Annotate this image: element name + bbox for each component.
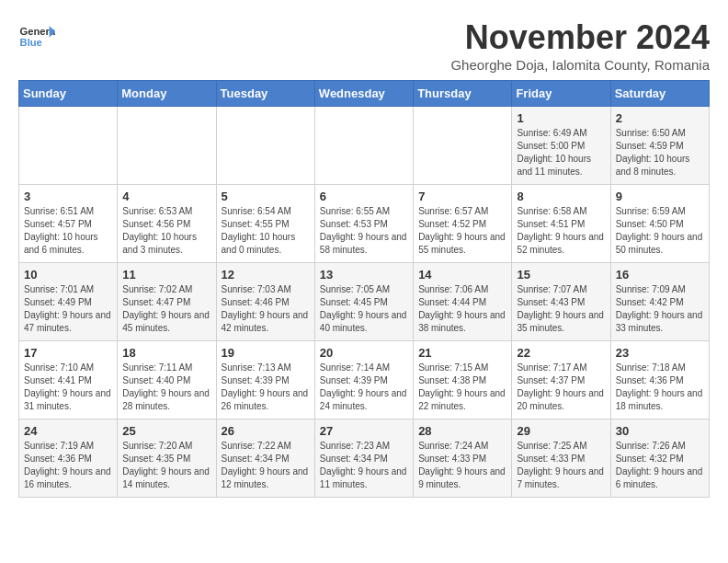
table-row — [216, 107, 314, 185]
table-row — [19, 107, 118, 185]
header-sunday: Sunday — [19, 81, 118, 107]
location-subtitle: Gheorghe Doja, Ialomita County, Romania — [450, 57, 710, 73]
table-row: 23Sunrise: 7:18 AM Sunset: 4:36 PM Dayli… — [610, 341, 709, 419]
day-info: Sunrise: 7:11 AM Sunset: 4:40 PM Dayligh… — [122, 362, 210, 413]
day-info: Sunrise: 7:02 AM Sunset: 4:47 PM Dayligh… — [122, 283, 210, 335]
table-row: 11Sunrise: 7:02 AM Sunset: 4:47 PM Dayli… — [118, 263, 216, 341]
header-friday: Friday — [512, 81, 610, 107]
table-row — [314, 107, 413, 185]
header-thursday: Thursday — [414, 81, 512, 107]
day-number: 22 — [517, 346, 605, 360]
header-wednesday: Wednesday — [314, 81, 413, 107]
day-info: Sunrise: 7:20 AM Sunset: 4:35 PM Dayligh… — [122, 440, 210, 491]
day-info: Sunrise: 7:07 AM Sunset: 4:43 PM Dayligh… — [517, 283, 605, 335]
calendar-week-row: 17Sunrise: 7:10 AM Sunset: 4:41 PM Dayli… — [19, 341, 710, 419]
day-number: 27 — [320, 424, 408, 438]
table-row: 16Sunrise: 7:09 AM Sunset: 4:42 PM Dayli… — [610, 263, 709, 341]
day-number: 19 — [222, 346, 310, 360]
day-info: Sunrise: 6:53 AM Sunset: 4:56 PM Dayligh… — [122, 205, 210, 257]
day-number: 30 — [616, 424, 704, 438]
table-row: 5Sunrise: 6:54 AM Sunset: 4:55 PM Daylig… — [216, 185, 314, 263]
table-row — [414, 107, 512, 185]
day-info: Sunrise: 7:10 AM Sunset: 4:41 PM Dayligh… — [24, 362, 112, 413]
calendar-week-row: 1Sunrise: 6:49 AM Sunset: 5:00 PM Daylig… — [19, 107, 710, 185]
day-info: Sunrise: 6:51 AM Sunset: 4:57 PM Dayligh… — [24, 205, 112, 257]
day-number: 8 — [517, 190, 605, 203]
day-number: 12 — [222, 268, 310, 282]
table-row — [118, 107, 216, 185]
day-number: 25 — [122, 424, 210, 438]
day-info: Sunrise: 6:49 AM Sunset: 5:00 PM Dayligh… — [517, 127, 605, 178]
table-row: 12Sunrise: 7:03 AM Sunset: 4:46 PM Dayli… — [216, 263, 314, 341]
day-number: 9 — [616, 190, 704, 203]
day-info: Sunrise: 7:01 AM Sunset: 4:49 PM Dayligh… — [24, 283, 112, 335]
table-row: 2Sunrise: 6:50 AM Sunset: 4:59 PM Daylig… — [610, 107, 709, 185]
table-row: 1Sunrise: 6:49 AM Sunset: 5:00 PM Daylig… — [512, 107, 610, 185]
day-number: 16 — [616, 268, 704, 282]
day-info: Sunrise: 7:05 AM Sunset: 4:45 PM Dayligh… — [320, 283, 408, 335]
table-row: 17Sunrise: 7:10 AM Sunset: 4:41 PM Dayli… — [19, 341, 118, 419]
table-row: 25Sunrise: 7:20 AM Sunset: 4:35 PM Dayli… — [118, 419, 216, 498]
calendar-week-row: 3Sunrise: 6:51 AM Sunset: 4:57 PM Daylig… — [19, 185, 710, 263]
day-info: Sunrise: 6:54 AM Sunset: 4:55 PM Dayligh… — [222, 205, 310, 257]
day-number: 5 — [222, 190, 310, 203]
table-row: 7Sunrise: 6:57 AM Sunset: 4:52 PM Daylig… — [414, 185, 512, 263]
page-header: General Blue November 2024 Gheorghe Doja… — [18, 18, 710, 73]
day-number: 1 — [517, 111, 605, 125]
day-info: Sunrise: 7:17 AM Sunset: 4:37 PM Dayligh… — [517, 362, 605, 413]
day-info: Sunrise: 7:26 AM Sunset: 4:32 PM Dayligh… — [616, 440, 704, 491]
calendar-week-row: 24Sunrise: 7:19 AM Sunset: 4:36 PM Dayli… — [19, 419, 710, 498]
table-row: 10Sunrise: 7:01 AM Sunset: 4:49 PM Dayli… — [19, 263, 118, 341]
day-info: Sunrise: 7:15 AM Sunset: 4:38 PM Dayligh… — [418, 362, 506, 413]
day-info: Sunrise: 7:24 AM Sunset: 4:33 PM Dayligh… — [418, 440, 506, 491]
table-row: 21Sunrise: 7:15 AM Sunset: 4:38 PM Dayli… — [414, 341, 512, 419]
table-row: 15Sunrise: 7:07 AM Sunset: 4:43 PM Dayli… — [512, 263, 610, 341]
day-number: 21 — [418, 346, 506, 360]
header-monday: Monday — [118, 81, 216, 107]
svg-text:Blue: Blue — [20, 37, 42, 48]
logo-icon: General Blue — [18, 18, 55, 55]
table-row: 8Sunrise: 6:58 AM Sunset: 4:51 PM Daylig… — [512, 185, 610, 263]
table-row: 14Sunrise: 7:06 AM Sunset: 4:44 PM Dayli… — [414, 263, 512, 341]
table-row: 18Sunrise: 7:11 AM Sunset: 4:40 PM Dayli… — [118, 341, 216, 419]
header-saturday: Saturday — [610, 81, 709, 107]
day-info: Sunrise: 6:59 AM Sunset: 4:50 PM Dayligh… — [616, 205, 704, 257]
table-row: 22Sunrise: 7:17 AM Sunset: 4:37 PM Dayli… — [512, 341, 610, 419]
day-number: 18 — [122, 346, 210, 360]
day-number: 6 — [320, 190, 408, 203]
table-row: 29Sunrise: 7:25 AM Sunset: 4:33 PM Dayli… — [512, 419, 610, 498]
day-info: Sunrise: 7:13 AM Sunset: 4:39 PM Dayligh… — [222, 362, 310, 413]
day-number: 29 — [517, 424, 605, 438]
table-row: 4Sunrise: 6:53 AM Sunset: 4:56 PM Daylig… — [118, 185, 216, 263]
day-info: Sunrise: 7:18 AM Sunset: 4:36 PM Dayligh… — [616, 362, 704, 413]
day-info: Sunrise: 7:06 AM Sunset: 4:44 PM Dayligh… — [418, 283, 506, 335]
calendar-week-row: 10Sunrise: 7:01 AM Sunset: 4:49 PM Dayli… — [19, 263, 710, 341]
header-tuesday: Tuesday — [216, 81, 314, 107]
day-number: 14 — [418, 268, 506, 282]
day-info: Sunrise: 6:50 AM Sunset: 4:59 PM Dayligh… — [616, 127, 704, 178]
table-row: 28Sunrise: 7:24 AM Sunset: 4:33 PM Dayli… — [414, 419, 512, 498]
day-number: 26 — [222, 424, 310, 438]
table-row: 6Sunrise: 6:55 AM Sunset: 4:53 PM Daylig… — [314, 185, 413, 263]
day-number: 24 — [24, 424, 112, 438]
table-row: 27Sunrise: 7:23 AM Sunset: 4:34 PM Dayli… — [314, 419, 413, 498]
day-number: 28 — [418, 424, 506, 438]
table-row: 3Sunrise: 6:51 AM Sunset: 4:57 PM Daylig… — [19, 185, 118, 263]
day-info: Sunrise: 7:03 AM Sunset: 4:46 PM Dayligh… — [222, 283, 310, 335]
day-number: 23 — [616, 346, 704, 360]
day-number: 4 — [122, 190, 210, 203]
table-row: 9Sunrise: 6:59 AM Sunset: 4:50 PM Daylig… — [610, 185, 709, 263]
day-info: Sunrise: 7:14 AM Sunset: 4:39 PM Dayligh… — [320, 362, 408, 413]
day-info: Sunrise: 6:58 AM Sunset: 4:51 PM Dayligh… — [517, 205, 605, 257]
day-number: 3 — [24, 190, 112, 203]
day-number: 17 — [24, 346, 112, 360]
table-row: 24Sunrise: 7:19 AM Sunset: 4:36 PM Dayli… — [19, 419, 118, 498]
day-number: 10 — [24, 268, 112, 282]
table-row: 30Sunrise: 7:26 AM Sunset: 4:32 PM Dayli… — [610, 419, 709, 498]
title-block: November 2024 Gheorghe Doja, Ialomita Co… — [450, 18, 710, 73]
day-number: 13 — [320, 268, 408, 282]
day-number: 7 — [418, 190, 506, 203]
table-row: 19Sunrise: 7:13 AM Sunset: 4:39 PM Dayli… — [216, 341, 314, 419]
logo: General Blue — [18, 18, 55, 55]
day-number: 15 — [517, 268, 605, 282]
